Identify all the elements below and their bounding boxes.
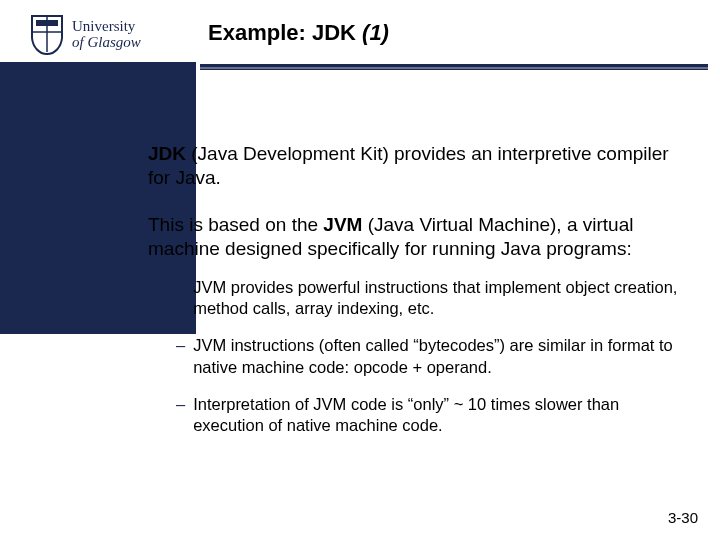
bullet-text: JDK (Java Development Kit) provides an i… — [148, 142, 688, 191]
square-bullet-icon — [128, 220, 138, 230]
bullet-text: This is based on the JVM (Java Virtual M… — [148, 213, 688, 452]
crest-icon — [30, 14, 64, 56]
slide-title: Example: JDK (1) — [200, 20, 700, 56]
dash-bullet-icon: – — [176, 394, 185, 436]
university-logo: University of Glasgow — [30, 14, 141, 56]
title-area: Example: JDK (1) — [200, 20, 700, 70]
sub-bullet-item: – JVM provides powerful instructions tha… — [176, 277, 688, 319]
dash-bullet-icon: – — [176, 335, 185, 377]
dash-bullet-icon: – — [176, 277, 185, 319]
sub-bullet-item: – Interpretation of JVM code is “only” ~… — [176, 394, 688, 436]
bullet-item: JDK (Java Development Kit) provides an i… — [128, 142, 688, 191]
page-number: 3-30 — [668, 509, 698, 526]
sub-list: – JVM provides powerful instructions tha… — [176, 277, 688, 436]
sub-bullet-text: JVM instructions (often called “bytecode… — [193, 335, 688, 377]
title-rule-thin — [200, 67, 708, 69]
logo-text: University of Glasgow — [72, 19, 141, 51]
logo-line1: University — [72, 19, 141, 35]
bullet-item: This is based on the JVM (Java Virtual M… — [128, 213, 688, 452]
square-bullet-icon — [128, 149, 138, 159]
logo-line2: of Glasgow — [72, 35, 141, 51]
sub-bullet-text: JVM provides powerful instructions that … — [193, 277, 688, 319]
slide-content: JDK (Java Development Kit) provides an i… — [128, 142, 688, 474]
slide-header: University of Glasgow Example: JDK (1) — [0, 0, 720, 115]
sub-bullet-text: Interpretation of JVM code is “only” ~ 1… — [193, 394, 688, 436]
sub-bullet-item: – JVM instructions (often called “byteco… — [176, 335, 688, 377]
